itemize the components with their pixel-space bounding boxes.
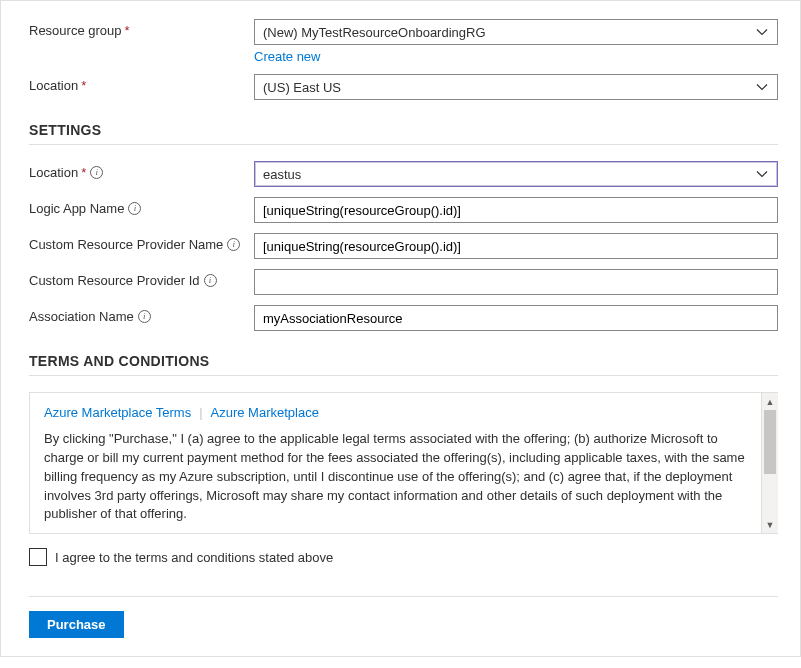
select-value: (New) MyTestResourceOnboardingRG: [263, 25, 755, 40]
crp-id-label: Custom Resource Provider Id i: [29, 269, 254, 288]
label-text: Logic App Name: [29, 201, 124, 216]
label-text: Location: [29, 165, 78, 180]
location-basics-select[interactable]: (US) East US: [254, 74, 778, 100]
scroll-up-icon[interactable]: ▲: [762, 393, 778, 410]
create-new-link[interactable]: Create new: [254, 49, 320, 64]
scrollbar[interactable]: ▲ ▼: [761, 393, 778, 533]
azure-marketplace-terms-link[interactable]: Azure Marketplace Terms: [44, 405, 191, 420]
row-resource-group: Resource group* (New) MyTestResourceOnbo…: [29, 19, 778, 64]
label-text: Resource group: [29, 23, 122, 38]
agree-label: I agree to the terms and conditions stat…: [55, 550, 333, 565]
resource-group-label: Resource group*: [29, 19, 254, 38]
required-asterisk: *: [81, 165, 86, 180]
association-name-input[interactable]: [254, 305, 778, 331]
scroll-track[interactable]: [762, 410, 778, 516]
label-text: Custom Resource Provider Name: [29, 237, 223, 252]
agree-row: I agree to the terms and conditions stat…: [29, 548, 778, 566]
select-value: eastus: [263, 167, 755, 182]
info-icon[interactable]: i: [90, 166, 103, 179]
azure-marketplace-link[interactable]: Azure Marketplace: [211, 405, 319, 420]
footer-divider: [29, 596, 778, 597]
row-logic-app-name: Logic App Name i: [29, 197, 778, 223]
label-text: Location: [29, 78, 78, 93]
row-location-basics: Location* (US) East US: [29, 74, 778, 100]
terms-box: Azure Marketplace Terms|Azure Marketplac…: [29, 392, 778, 534]
info-icon[interactable]: i: [204, 274, 217, 287]
form-panel: Resource group* (New) MyTestResourceOnbo…: [0, 0, 801, 657]
row-location-settings: Location* i eastus: [29, 161, 778, 187]
info-icon[interactable]: i: [138, 310, 151, 323]
purchase-button[interactable]: Purchase: [29, 611, 124, 638]
location-settings-select[interactable]: eastus: [254, 161, 778, 187]
label-text: Custom Resource Provider Id: [29, 273, 200, 288]
terms-body-text: By clicking "Purchase," I (a) agree to t…: [44, 430, 756, 524]
settings-heading: SETTINGS: [29, 122, 778, 138]
label-text: Association Name: [29, 309, 134, 324]
required-asterisk: *: [81, 78, 86, 93]
separator: |: [199, 405, 202, 420]
location-settings-label: Location* i: [29, 161, 254, 180]
select-value: (US) East US: [263, 80, 755, 95]
association-name-label: Association Name i: [29, 305, 254, 324]
chevron-down-icon: [755, 25, 769, 39]
logic-app-name-label: Logic App Name i: [29, 197, 254, 216]
crp-name-label: Custom Resource Provider Name i: [29, 233, 254, 252]
terms-links: Azure Marketplace Terms|Azure Marketplac…: [44, 405, 756, 420]
location-basics-label: Location*: [29, 74, 254, 93]
required-asterisk: *: [125, 23, 130, 38]
row-crp-id: Custom Resource Provider Id i: [29, 269, 778, 295]
divider: [29, 144, 778, 145]
chevron-down-icon: [755, 80, 769, 94]
row-association-name: Association Name i: [29, 305, 778, 331]
agree-checkbox[interactable]: [29, 548, 47, 566]
resource-group-select[interactable]: (New) MyTestResourceOnboardingRG: [254, 19, 778, 45]
info-icon[interactable]: i: [128, 202, 141, 215]
divider: [29, 375, 778, 376]
info-icon[interactable]: i: [227, 238, 240, 251]
logic-app-name-input[interactable]: [254, 197, 778, 223]
scroll-thumb[interactable]: [764, 410, 776, 474]
crp-name-input[interactable]: [254, 233, 778, 259]
terms-heading: TERMS AND CONDITIONS: [29, 353, 778, 369]
scroll-down-icon[interactable]: ▼: [762, 516, 778, 533]
terms-scroll-area[interactable]: Azure Marketplace Terms|Azure Marketplac…: [30, 393, 778, 533]
row-crp-name: Custom Resource Provider Name i: [29, 233, 778, 259]
crp-id-input[interactable]: [254, 269, 778, 295]
chevron-down-icon: [755, 167, 769, 181]
